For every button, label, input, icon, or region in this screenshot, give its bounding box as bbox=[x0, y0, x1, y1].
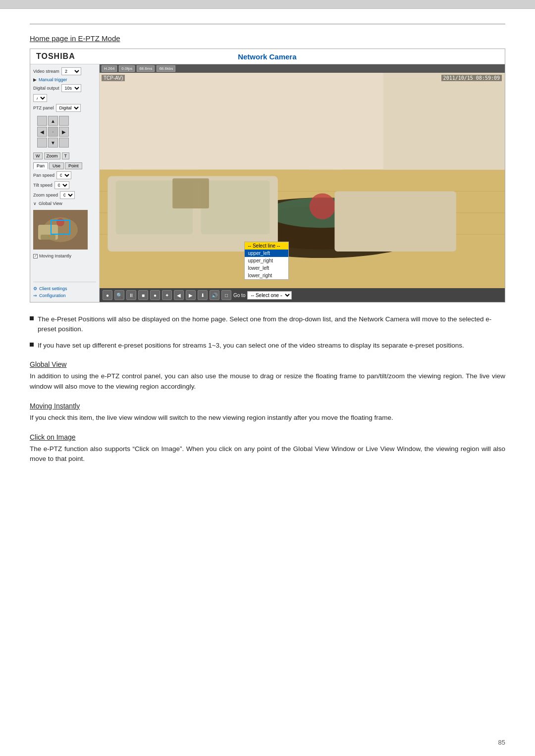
video-stream-row: Video stream 2 1 3 bbox=[33, 67, 96, 75]
dropdown-item-select-line[interactable]: -- Select line -- bbox=[245, 242, 288, 250]
dropdown-item-upper-left[interactable]: upper_left bbox=[245, 250, 288, 257]
manual-trigger-row: ▶ Manual trigger bbox=[33, 77, 96, 82]
video-feed[interactable]: TCP-AV) 2011/10/15 08:59:09 bbox=[100, 73, 505, 288]
fps-btn[interactable]: 0.0fps bbox=[119, 65, 135, 72]
goto-select[interactable]: -- Select one -- upper_left upper_right … bbox=[247, 291, 292, 300]
bullet-icon-1 bbox=[30, 316, 34, 320]
toshiba-logo: TOSHIBA bbox=[36, 52, 75, 61]
manual-trigger-link[interactable]: Manual trigger bbox=[39, 77, 67, 82]
svg-rect-18 bbox=[334, 191, 456, 252]
top-divider bbox=[30, 24, 505, 24]
ctrl-btn-1[interactable]: ● bbox=[103, 290, 112, 300]
ctrl-btn-rec[interactable]: ● bbox=[150, 290, 160, 300]
dropdown-popup: -- Select line -- upper_left upper_right… bbox=[244, 242, 289, 280]
dropdown-item-lower-right[interactable]: lower_right bbox=[245, 272, 288, 279]
video-controls: ● 🔍 ⏸ ■ ● ✦ ◀ ▶ ⬇ 🔊 □ Go to -- Select on… bbox=[100, 288, 505, 302]
arrow-down-right[interactable] bbox=[59, 138, 69, 148]
ctrl-btn-2[interactable]: 🔍 bbox=[114, 290, 124, 300]
global-view-label: Global View bbox=[39, 201, 62, 206]
tilt-speed-select[interactable]: 0 bbox=[54, 181, 69, 189]
ctrl-btn-pause[interactable]: ⏸ bbox=[126, 290, 136, 300]
global-view-heading: Global View bbox=[30, 360, 505, 368]
bullet-text-1: The e-Preset Positions will also be disp… bbox=[38, 314, 505, 335]
digital-output-select[interactable]: 10s bbox=[61, 84, 81, 92]
page-number: 85 bbox=[498, 739, 505, 746]
zoom-speed-row: Zoom speed 0 bbox=[33, 191, 96, 199]
client-settings-icon: ⚙ bbox=[33, 286, 37, 291]
arrow-up-right[interactable] bbox=[59, 116, 69, 126]
click-on-image-section: Click on Image The e-PTZ function also s… bbox=[30, 433, 505, 465]
video-timestamp: 2011/10/15 08:59:09 bbox=[441, 75, 502, 81]
pan-speed-label: Pan speed bbox=[33, 173, 54, 178]
arrow-right[interactable]: ▶ bbox=[59, 127, 69, 137]
use-tab[interactable]: Use bbox=[49, 162, 64, 169]
goto-label: Go to bbox=[233, 293, 245, 298]
global-view-thumbnail[interactable] bbox=[33, 210, 88, 250]
global-view-body: In addition to using the e-PTZ control p… bbox=[30, 371, 505, 392]
bullet-item-2: If you have set up different e-preset po… bbox=[30, 341, 505, 351]
client-settings-link[interactable]: ⚙ Client settings bbox=[33, 285, 96, 292]
video-stream-select[interactable]: 2 1 3 bbox=[61, 67, 81, 75]
zoom-t-btn[interactable]: T bbox=[62, 152, 70, 159]
arrow-down-left[interactable] bbox=[37, 138, 47, 148]
pan-speed-select[interactable]: 0 bbox=[56, 171, 71, 179]
ms-btn[interactable]: 68.6ms bbox=[137, 65, 155, 72]
digital-output-select2[interactable]: A1 bbox=[33, 94, 47, 102]
pan-tab[interactable]: Pan bbox=[33, 162, 48, 169]
configuration-link[interactable]: ⇒ Configuration bbox=[33, 292, 96, 299]
zoom-speed-select[interactable]: 0 bbox=[60, 191, 75, 199]
video-toolbar: H.264 0.0fps 68.6ms 68.6kbs bbox=[100, 64, 505, 73]
video-label: TCP-AV) bbox=[102, 75, 125, 81]
arrow-pad: ▲ ◀ · ▶ ▼ bbox=[37, 116, 96, 148]
section-heading: Home page in E-PTZ Mode bbox=[30, 34, 505, 43]
ptz-panel-select[interactable]: Digital bbox=[56, 104, 81, 112]
arrow-left[interactable]: ◀ bbox=[37, 127, 47, 137]
ctrl-btn-snap[interactable]: ✦ bbox=[162, 290, 172, 300]
sidebar-bottom: ⚙ Client settings ⇒ Configuration bbox=[33, 282, 96, 299]
moving-instantly-section: Moving Instantly If you check this item,… bbox=[30, 402, 505, 423]
kbs-btn[interactable]: 68.6kbs bbox=[157, 65, 175, 72]
dropdown-item-upper-right[interactable]: upper_right bbox=[245, 257, 288, 264]
floating-frame bbox=[51, 220, 70, 235]
client-settings-label: Client settings bbox=[39, 286, 67, 291]
camera-header: TOSHIBA Network Camera bbox=[30, 49, 505, 64]
digital-output-label: Digital output bbox=[33, 86, 59, 91]
point-tab[interactable]: Point bbox=[65, 162, 82, 169]
ctrl-btn-stop[interactable]: ■ bbox=[138, 290, 148, 300]
arrow-up-left[interactable] bbox=[37, 116, 47, 126]
bullet-icon-2 bbox=[30, 343, 34, 347]
global-view-section: Global View In addition to using the e-P… bbox=[30, 360, 505, 392]
ctrl-btn-down[interactable]: ⬇ bbox=[198, 290, 208, 300]
click-on-image-body: The e-PTZ function also supports “Click … bbox=[30, 444, 505, 465]
video-area: H.264 0.0fps 68.6ms 68.6kbs bbox=[100, 64, 505, 302]
bullet-section: The e-Preset Positions will also be disp… bbox=[30, 314, 505, 351]
dropdown-item-lower-left[interactable]: lower_left bbox=[245, 264, 288, 272]
ptz-panel-row: PTZ panel Digital bbox=[33, 104, 96, 112]
arrow-up[interactable]: ▲ bbox=[48, 116, 58, 126]
camera-body: Video stream 2 1 3 ▶ Manual trigger Digi… bbox=[30, 64, 505, 302]
tilt-speed-label: Tilt speed bbox=[33, 183, 53, 188]
ctrl-btn-full[interactable]: □ bbox=[221, 290, 231, 300]
zoom-w-btn[interactable]: W bbox=[33, 152, 43, 159]
left-sidebar: Video stream 2 1 3 ▶ Manual trigger Digi… bbox=[30, 64, 100, 302]
ctrl-btn-audio[interactable]: 🔊 bbox=[210, 290, 219, 300]
zoom-row: W Zoom T bbox=[33, 152, 96, 159]
arrow-down[interactable]: ▼ bbox=[48, 138, 58, 148]
svg-rect-16 bbox=[201, 181, 270, 235]
configuration-icon: ⇒ bbox=[33, 293, 37, 298]
camera-ui-box: TOSHIBA Network Camera Video stream 2 1 … bbox=[30, 49, 505, 302]
global-view-label-row: ∨ Global View bbox=[33, 201, 96, 206]
ctrl-btn-prev[interactable]: ◀ bbox=[174, 290, 184, 300]
zoom-speed-label: Zoom speed bbox=[33, 193, 58, 198]
moving-instantly-checkbox[interactable]: ✓ bbox=[33, 254, 38, 258]
ctrl-btn-next[interactable]: ▶ bbox=[186, 290, 196, 300]
h264-btn[interactable]: H.264 bbox=[102, 65, 117, 72]
pan-speed-row: Pan speed 0 bbox=[33, 171, 96, 179]
zoom-zoom-btn[interactable]: Zoom bbox=[44, 152, 60, 159]
ptz-panel-label: PTZ panel bbox=[33, 105, 54, 110]
top-bar bbox=[0, 0, 535, 9]
arrow-center[interactable]: · bbox=[48, 127, 58, 137]
svg-rect-19 bbox=[383, 73, 505, 170]
moving-instantly-row: ✓ Moving Instantly bbox=[33, 253, 96, 258]
moving-instantly-body: If you check this item, the live view wi… bbox=[30, 413, 505, 423]
